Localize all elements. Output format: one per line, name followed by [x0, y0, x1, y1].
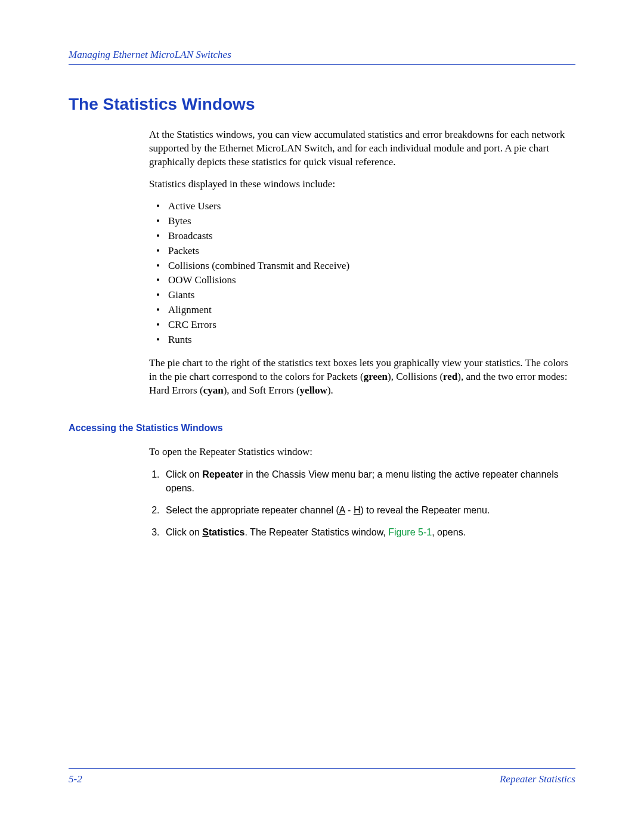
list-item: Broadcasts — [168, 230, 575, 243]
list-item: Packets — [168, 244, 575, 258]
list-item: Active Users — [168, 200, 575, 213]
page-number: 5-2 — [69, 773, 82, 785]
text: ) to reveal the Repeater menu. — [360, 505, 490, 515]
footer-rule — [69, 768, 575, 769]
header-rule — [69, 64, 575, 65]
steps-list: Click on Repeater in the Chassis View me… — [149, 467, 575, 540]
color-red: red — [443, 371, 457, 382]
stats-lead-in: Statistics displayed in these windows in… — [149, 178, 575, 191]
list-item: Giants — [168, 289, 575, 302]
step-3: Click on Statistics. The Repeater Statis… — [162, 525, 575, 539]
menu-statistics: Statistics — [202, 527, 244, 537]
subsection-body: To open the Repeater Statistics window: … — [149, 445, 575, 540]
step-1: Click on Repeater in the Chassis View me… — [162, 467, 575, 495]
text: , opens. — [432, 527, 466, 537]
text: ), and Soft Errors ( — [224, 385, 300, 396]
mnemonic-s: S — [202, 527, 209, 537]
channel-h: H — [354, 505, 361, 515]
text: ), Collisions ( — [388, 371, 443, 382]
body-column: At the Statistics windows, you can view … — [149, 128, 575, 398]
step-2: Select the appropriate repeater channel … — [162, 503, 575, 517]
color-cyan: cyan — [203, 385, 224, 396]
text: Select the appropriate repeater channel … — [166, 505, 339, 515]
figure-ref: Figure 5-1 — [388, 527, 432, 537]
menu-repeater: Repeater — [202, 469, 243, 479]
pie-chart-paragraph: The pie chart to the right of the statis… — [149, 357, 575, 398]
intro-paragraph: At the Statistics windows, you can view … — [149, 128, 575, 169]
channel-a: A — [339, 505, 345, 515]
list-item: Alignment — [168, 304, 575, 317]
chapter-name: Repeater Statistics — [500, 773, 575, 785]
text: tatistics — [209, 527, 244, 537]
list-item: Bytes — [168, 215, 575, 228]
subsection-title: Accessing the Statistics Windows — [69, 423, 575, 433]
text: Click on — [166, 469, 202, 479]
list-item: Collisions (combined Transmit and Receiv… — [168, 259, 575, 273]
opener: To open the Repeater Statistics window: — [149, 445, 575, 459]
text: - — [345, 505, 354, 515]
list-item: OOW Collisions — [168, 274, 575, 287]
footer-row: 5-2 Repeater Statistics — [69, 773, 575, 785]
text: . The Repeater Statistics window, — [245, 527, 389, 537]
list-item: Runts — [168, 333, 575, 347]
stats-list: Active Users Bytes Broadcasts Packets Co… — [149, 200, 575, 347]
text: Click on — [166, 527, 202, 537]
page: Managing Ethernet MicroLAN Switches The … — [0, 0, 644, 833]
running-head: Managing Ethernet MicroLAN Switches — [69, 49, 575, 61]
color-green: green — [364, 371, 388, 382]
page-footer: 5-2 Repeater Statistics — [69, 768, 575, 785]
color-yellow: yellow — [300, 385, 327, 396]
text: ). — [327, 385, 333, 396]
section-title: The Statistics Windows — [69, 95, 575, 114]
list-item: CRC Errors — [168, 318, 575, 332]
